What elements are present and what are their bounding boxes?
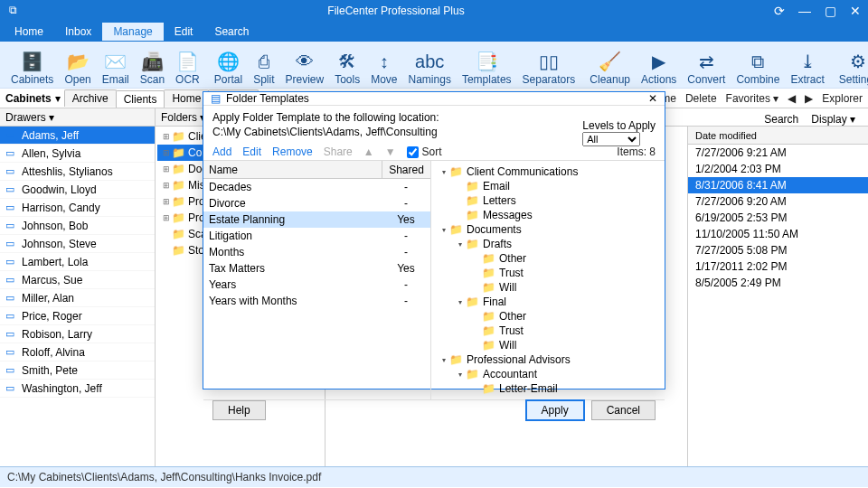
tool-combine[interactable]: ⧉Combine xyxy=(731,50,785,86)
tool-tools[interactable]: 🛠Tools xyxy=(329,50,365,86)
edit-link[interactable]: Edit xyxy=(242,145,261,158)
tree-node[interactable]: 📁Trust xyxy=(433,324,663,338)
tree-node[interactable]: 📁Letters xyxy=(433,193,663,208)
tool-split[interactable]: ⎙Split xyxy=(248,50,279,86)
drawer-item[interactable]: ▭Robison, Larry xyxy=(0,325,155,343)
drawer-item[interactable]: ▭Roloff, Alvina xyxy=(0,343,155,361)
drawer-item[interactable]: ▭Marcus, Sue xyxy=(0,271,155,289)
col-shared[interactable]: Shared xyxy=(382,161,430,178)
drawer-item[interactable]: ▭Lambert, Lola xyxy=(0,253,155,271)
tree-node[interactable]: ▾📁Drafts xyxy=(433,237,663,251)
drawer-item[interactable]: ▭Johnson, Bob xyxy=(0,217,155,235)
tree-node[interactable]: 📁Other xyxy=(433,309,663,324)
move-up-icon[interactable]: ▲ xyxy=(363,145,374,158)
tree-node[interactable]: 📁Will xyxy=(433,338,663,352)
expand-icon[interactable]: ⊞ xyxy=(163,164,172,174)
template-row[interactable]: Litigation- xyxy=(203,228,430,244)
template-row[interactable]: Years- xyxy=(203,277,430,293)
expand-icon[interactable]: ⊞ xyxy=(163,213,172,222)
drawer-item[interactable]: ▭Price, Roger xyxy=(0,307,155,325)
expand-icon[interactable]: ⊞ xyxy=(163,148,172,157)
tree-node[interactable]: ▾📁Professional Advisors xyxy=(433,352,663,367)
drawer-item[interactable]: ▭Miller, Alan xyxy=(0,289,155,307)
close-icon[interactable]: ✕ xyxy=(843,4,868,18)
tool-settings[interactable]: ⚙Settings xyxy=(834,50,868,86)
tab-archive[interactable]: Archive xyxy=(64,89,117,107)
cancel-button[interactable]: Cancel xyxy=(591,400,656,420)
drawer-item[interactable]: ▭Adams, Jeff xyxy=(0,127,155,145)
drawer-item[interactable]: ▭Washington, Jeff xyxy=(0,380,155,398)
cabinets-dropdown-icon[interactable]: ▾ xyxy=(55,92,61,105)
explorer-button[interactable]: Explorer xyxy=(822,92,863,105)
move-down-icon[interactable]: ▼ xyxy=(385,145,396,158)
tree-node[interactable]: ▾📁Client Communications xyxy=(433,164,663,179)
sys-restore-icon[interactable]: ⟳ xyxy=(767,4,792,18)
tool-scan[interactable]: 📠Scan xyxy=(135,50,170,86)
tree-node[interactable]: ▾📁Final xyxy=(433,295,663,309)
tool-email[interactable]: ✉️Email xyxy=(97,50,135,86)
tool-separators[interactable]: ▯▯Separators xyxy=(517,50,581,86)
tool-preview[interactable]: 👁Preview xyxy=(279,50,329,86)
tree-node[interactable]: 📁Messages xyxy=(433,208,663,222)
drawer-item[interactable]: ▭Johnson, Steve xyxy=(0,235,155,253)
share-link[interactable]: Share xyxy=(324,145,353,158)
date-row[interactable]: 7/27/2006 9:21 AM xyxy=(688,145,868,161)
tree-expand-icon[interactable]: ▾ xyxy=(439,168,449,176)
drawers-dropdown-icon[interactable]: ▾ xyxy=(49,111,54,124)
tool-templates[interactable]: 📑Templates xyxy=(457,50,517,86)
date-row[interactable]: 1/17/2011 2:02 PM xyxy=(688,258,868,275)
template-row[interactable]: Months- xyxy=(203,244,430,260)
delete-button[interactable]: Delete xyxy=(685,92,717,105)
expand-icon[interactable]: ⊞ xyxy=(163,197,172,206)
drawer-item[interactable]: ▭Harrison, Candy xyxy=(0,199,155,217)
dialog-close-icon[interactable]: ✕ xyxy=(648,92,657,105)
apply-button[interactable]: Apply xyxy=(526,400,584,420)
expand-icon[interactable]: ⊞ xyxy=(163,181,172,190)
tool-move[interactable]: ↕Move xyxy=(365,50,402,86)
sort-checkbox[interactable] xyxy=(407,146,419,158)
tree-node[interactable]: 📁Other xyxy=(433,251,663,266)
tab-clients[interactable]: Clients xyxy=(116,90,165,108)
date-row[interactable]: 6/19/2005 2:53 PM xyxy=(688,210,868,226)
template-row[interactable]: Divorce- xyxy=(203,195,430,211)
drawer-item[interactable]: ▭Atteshlis, Stylianos xyxy=(0,163,155,181)
menu-manage[interactable]: Manage xyxy=(102,23,163,41)
minimize-icon[interactable]: — xyxy=(792,4,817,18)
tree-expand-icon[interactable]: ▾ xyxy=(439,356,449,364)
date-row[interactable]: 11/10/2005 11:50 AM xyxy=(688,226,868,242)
tool-portal[interactable]: 🌐Portal xyxy=(209,50,248,86)
tree-node[interactable]: ▾📁Accountant xyxy=(433,367,663,381)
nav-back-icon[interactable]: ◀ xyxy=(788,92,796,105)
tool-extract[interactable]: ⤓Extract xyxy=(785,50,829,86)
tool-namings[interactable]: abcNamings xyxy=(403,50,457,86)
tree-expand-icon[interactable]: ▾ xyxy=(455,240,466,249)
template-row[interactable]: Years with Months- xyxy=(203,293,430,309)
drawer-item[interactable]: ▭Allen, Sylvia xyxy=(0,145,155,163)
tree-expand-icon[interactable]: ▾ xyxy=(439,226,449,234)
tree-node[interactable]: 📁Letter-Email xyxy=(433,381,663,396)
template-row[interactable]: Estate PlanningYes xyxy=(203,211,430,228)
nav-fwd-icon[interactable]: ▶ xyxy=(805,92,813,105)
expand-icon[interactable]: ⊞ xyxy=(163,132,172,141)
tool-convert[interactable]: ⇄Convert xyxy=(682,50,731,86)
favorites-dropdown[interactable]: Favorites ▾ xyxy=(726,92,779,105)
date-modified-header[interactable]: Date modified xyxy=(688,127,868,145)
search-tab[interactable]: Search xyxy=(764,113,798,126)
help-button[interactable]: Help xyxy=(212,400,266,420)
maximize-icon[interactable]: ▢ xyxy=(817,4,843,18)
date-row[interactable]: 8/5/2005 2:49 PM xyxy=(688,275,868,291)
template-row[interactable]: Decades- xyxy=(203,179,430,195)
tool-actions[interactable]: ▶Actions xyxy=(636,50,682,86)
tree-expand-icon[interactable]: ▾ xyxy=(455,371,466,379)
tree-node[interactable]: 📁Email xyxy=(433,179,663,193)
tree-node[interactable]: 📁Trust xyxy=(433,266,663,280)
date-row[interactable]: 7/27/2005 5:08 PM xyxy=(688,242,868,258)
date-row[interactable]: 7/27/2006 9:20 AM xyxy=(688,193,868,210)
drawer-item[interactable]: ▭Smith, Pete xyxy=(0,361,155,380)
menu-edit[interactable]: Edit xyxy=(164,23,204,41)
menu-inbox[interactable]: Inbox xyxy=(54,23,102,41)
add-link[interactable]: Add xyxy=(212,145,231,158)
restore-down-icon[interactable]: ⧉ xyxy=(4,4,22,18)
tool-ocr[interactable]: 📄OCR xyxy=(170,50,205,86)
date-row[interactable]: 8/31/2006 8:41 AM xyxy=(688,177,868,193)
